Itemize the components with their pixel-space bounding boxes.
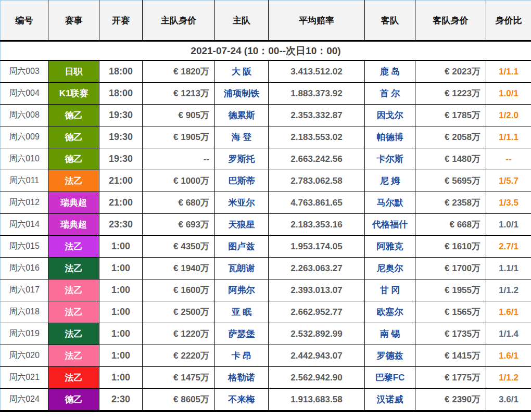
avg-odds: 2.442.943.07	[269, 345, 365, 367]
avg-odds: 2.393.013.07	[269, 279, 365, 301]
away-team: 马尔默	[365, 192, 415, 214]
home-value: € 1905万	[143, 126, 215, 148]
kickoff-time: 1:00	[99, 301, 143, 323]
match-row: 周六020法乙1:00€ 2220万卡 昂2.442.943.07罗德兹€ 14…	[1, 345, 531, 367]
kickoff-time: 18:00	[99, 83, 143, 105]
match-row: 周六012瑞典超21:00€ 680万米亚尔4.763.861.65马尔默€ 2…	[1, 192, 531, 214]
col-header-home-team: 主队	[215, 1, 269, 41]
away-value: € 1223万	[415, 83, 486, 105]
match-id: 周六019	[1, 323, 48, 345]
away-value: € 2023万	[415, 60, 486, 83]
kickoff-time: 19:30	[99, 148, 143, 170]
match-id: 周六024	[1, 389, 48, 412]
match-row: 周六018法乙1:00€ 2500万亚 眠2.662.952.77欧塞尔€ 15…	[1, 301, 531, 323]
value-ratio: 1/1.1	[486, 60, 531, 83]
col-header-id: 编号	[1, 1, 48, 41]
away-team: 帕德博	[365, 126, 415, 148]
col-header-avg-odds: 平均赔率	[269, 1, 365, 41]
league-badge: 瑞典超	[48, 214, 99, 236]
away-team: 尼 姆	[365, 170, 415, 192]
avg-odds: 2.783.062.58	[269, 170, 365, 192]
match-row: 周六017法乙1:00€ 1600万阿弗尔2.393.013.07甘 冈€ 19…	[1, 279, 531, 301]
table-header: 编号 赛事 开赛 主队身价 主队 平均赔率 客队 客队身价 身价比	[1, 1, 531, 41]
home-team: 罗斯托	[215, 148, 269, 170]
away-value: € 2390万	[415, 389, 486, 412]
home-value: € 1475万	[143, 367, 215, 389]
col-header-value-ratio: 身价比	[486, 1, 531, 41]
value-ratio: 1.6/1	[486, 301, 531, 323]
league-badge: 德乙	[48, 105, 99, 126]
home-team: 天狼星	[215, 214, 269, 236]
home-value: € 1000万	[143, 170, 215, 192]
match-id: 周六016	[1, 258, 48, 279]
home-team: 图卢兹	[215, 236, 269, 258]
home-value: € 905万	[143, 105, 215, 126]
away-value: € 2058万	[415, 126, 486, 148]
match-id: 周六020	[1, 345, 48, 367]
kickoff-time: 23:30	[99, 214, 143, 236]
avg-odds: 2.263.063.27	[269, 258, 365, 279]
match-id: 周六017	[1, 279, 48, 301]
home-team: 格勒诺	[215, 367, 269, 389]
avg-odds: 2.662.952.77	[269, 301, 365, 323]
kickoff-time: 19:30	[99, 126, 143, 148]
home-team: 浦项制铁	[215, 83, 269, 105]
value-ratio: 1/1.2	[486, 279, 531, 301]
away-value: € 668万	[415, 214, 486, 236]
home-team: 米亚尔	[215, 192, 269, 214]
league-badge: 法乙	[48, 367, 99, 389]
avg-odds: 1.883.373.92	[269, 83, 365, 105]
kickoff-time: 2:30	[99, 389, 143, 412]
match-id: 周六011	[1, 170, 48, 192]
value-ratio: 2.7/1	[486, 236, 531, 258]
match-row: 周六004K1联赛18:00€ 1213万浦项制铁1.883.373.92首 尔…	[1, 83, 531, 105]
away-value: € 5695万	[415, 170, 486, 192]
match-row: 周六024德乙2:30€ 8605万不来梅1.913.683.58汉诺威€ 23…	[1, 389, 531, 412]
match-row: 周六011法乙21:00€ 1000万巴斯蒂2.783.062.58尼 姆€ 5…	[1, 170, 531, 192]
match-id: 周六003	[1, 60, 48, 83]
home-team: 阿弗尔	[215, 279, 269, 301]
match-id: 周六008	[1, 105, 48, 126]
home-value: € 2500万	[143, 301, 215, 323]
home-team: 亚 眠	[215, 301, 269, 323]
away-team: 甘 冈	[365, 279, 415, 301]
home-value: € 680万	[143, 192, 215, 214]
away-team: 南 锡	[365, 323, 415, 345]
avg-odds: 1.913.683.58	[269, 389, 365, 412]
home-team: 瓦朗谢	[215, 258, 269, 279]
avg-odds: 2.532.892.99	[269, 323, 365, 345]
value-ratio: 1.0/1	[486, 83, 531, 105]
match-row: 周六008德乙19:30€ 905万德累斯2.353.332.87因戈尔€ 17…	[1, 105, 531, 126]
home-team: 海 登	[215, 126, 269, 148]
away-team: 代格福什	[365, 214, 415, 236]
avg-odds: 4.763.861.65	[269, 192, 365, 214]
value-ratio: 1.6/1	[486, 345, 531, 367]
kickoff-time: 1:00	[99, 345, 143, 367]
match-id: 周六021	[1, 367, 48, 389]
avg-odds: 2.183.353.16	[269, 214, 365, 236]
away-value: € 1415万	[415, 345, 486, 367]
kickoff-time: 1:00	[99, 279, 143, 301]
match-row: 周六014瑞典超23:30€ 693万天狼星2.183.353.16代格福什€ …	[1, 214, 531, 236]
match-id: 周六018	[1, 301, 48, 323]
value-ratio: 1/1.2	[486, 367, 531, 389]
value-ratio: 1.0/1	[486, 214, 531, 236]
avg-odds: 2.183.553.02	[269, 126, 365, 148]
away-value: € 1700万	[415, 258, 486, 279]
league-badge: 法乙	[48, 258, 99, 279]
away-value: € 1955万	[415, 279, 486, 301]
away-team: 因戈尔	[365, 105, 415, 126]
home-team: 不来梅	[215, 389, 269, 412]
home-team: 巴斯蒂	[215, 170, 269, 192]
value-ratio: 1/3.5	[486, 192, 531, 214]
league-badge: 法乙	[48, 345, 99, 367]
away-value: € 1775万	[415, 367, 486, 389]
league-badge: 法乙	[48, 279, 99, 301]
match-row: 周六015法乙1:00€ 4350万图卢兹1.953.174.05阿雅克€ 16…	[1, 236, 531, 258]
league-badge: 德乙	[48, 389, 99, 412]
avg-odds: 3.413.512.02	[269, 60, 365, 83]
league-badge: 瑞典超	[48, 192, 99, 214]
away-team: 首 尔	[365, 83, 415, 105]
match-row: 周六003日职18:00€ 1820万大 阪3.413.512.02鹿 岛€ 2…	[1, 60, 531, 83]
home-value: --	[143, 148, 215, 170]
